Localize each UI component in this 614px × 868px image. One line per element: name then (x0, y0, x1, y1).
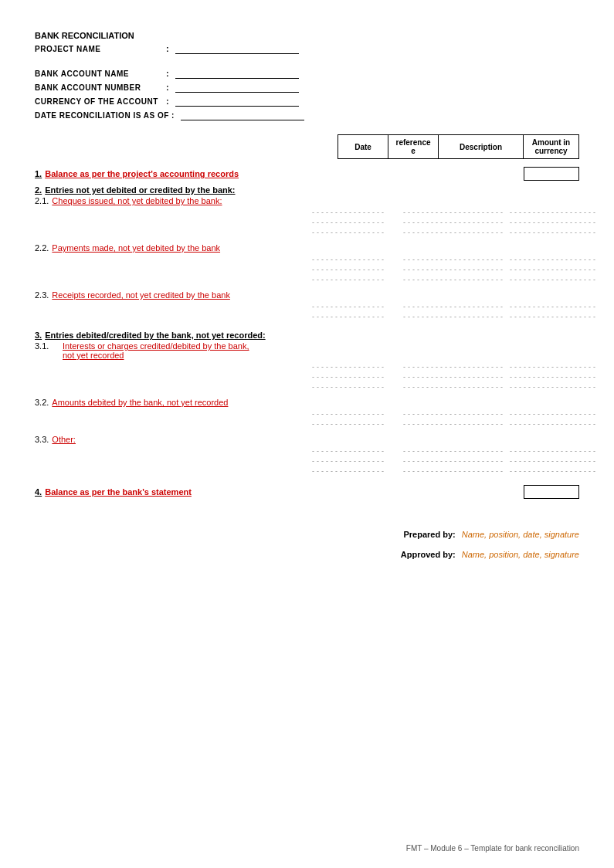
signatures-section: Prepared by: Name, position, date, signa… (35, 530, 579, 559)
s1-num: 1. (35, 169, 42, 178)
bank-account-name-input[interactable] (175, 68, 299, 79)
s3-num: 3. (35, 331, 42, 340)
s2-num: 2. (35, 185, 42, 195)
col-description: Description (439, 135, 524, 159)
dash-3: ------------------- (510, 209, 579, 216)
approved-row: Approved by: Name, position, date, signa… (35, 550, 579, 559)
col-amount: Amount in currency (524, 135, 579, 159)
s4-num: 4. (35, 487, 42, 497)
s3-title: Entries debited/credited by the bank, no… (45, 331, 265, 340)
s33-dashes: ---------------- ---------------------- … (35, 447, 579, 477)
currency-colon: : (166, 97, 169, 106)
col-date: Date (338, 135, 388, 159)
s1-title: Balance as per the project's accounting … (45, 169, 239, 178)
project-colon: : (166, 44, 169, 53)
s31-num: 3.1. (35, 341, 59, 351)
section-23-heading: 2.3. Receipts recorded, not yet credited… (35, 290, 579, 300)
s31-dashes: ---------------- ---------------------- … (35, 363, 579, 393)
bank-account-name-colon: : (166, 69, 169, 78)
s33-title: Other: (52, 435, 76, 444)
s23-title: Receipts recorded, not yet credited by t… (52, 290, 230, 300)
s32-title: Amounts debited by the bank, not yet rec… (52, 398, 228, 407)
bank-account-number-input[interactable] (175, 82, 299, 93)
dash-9: ------------------- (510, 229, 579, 236)
section-31-heading: 3.1. Interests or charges credited/debit… (35, 341, 579, 360)
s31-title: Interests or charges credited/debited by… (63, 341, 249, 351)
section-4: 4. Balance as per the bank's statement (35, 485, 579, 499)
s21-dashes: ---------------- ---------------------- … (35, 209, 579, 239)
s32-num: 3.2. (35, 398, 49, 407)
section-1: 1. Balance as per the project's accounti… (35, 167, 579, 181)
s33-num: 3.3. (35, 435, 49, 444)
dash-7: ---------------- (312, 229, 397, 236)
s32-dashes: ---------------- ---------------------- … (35, 410, 579, 430)
bank-account-number-label: BANK ACCOUNT NUMBER (35, 83, 166, 92)
section-22-heading: 2.2. Payments made, not yet debited by t… (35, 243, 579, 253)
approved-label: Approved by: (401, 550, 456, 559)
date-input[interactable] (181, 110, 304, 120)
prepared-row: Prepared by: Name, position, date, signa… (35, 530, 579, 539)
footer-text: FMT – Module 6 – Template for bank recon… (406, 844, 579, 853)
date-label: DATE RECONCILIATION IS AS OF : (35, 111, 175, 120)
dash-4: ---------------- (312, 219, 397, 226)
dash-1: ---------------- (312, 209, 397, 216)
s22-dashes: ---------------- ---------------------- … (35, 256, 579, 286)
prepared-value: Name, position, date, signature (462, 530, 579, 539)
s23-num: 2.3. (35, 290, 49, 300)
s4-input-box[interactable] (524, 485, 579, 499)
s1-input-box[interactable] (524, 167, 579, 181)
prepared-label: Prepared by: (403, 530, 455, 539)
dash-8: ---------------------- (403, 229, 504, 236)
bank-account-number-colon: : (166, 83, 169, 92)
s31-title2: not yet recorded (63, 351, 124, 360)
dash-6: ------------------- (510, 219, 579, 226)
s21-title: Cheques issued, not yet debited by the b… (52, 196, 222, 205)
project-name-label: PROJECT NAME (35, 45, 166, 53)
s4-title: Balance as per the bank's statement (45, 487, 192, 497)
column-headers: Date reference e Description Amount in c… (35, 134, 579, 159)
project-name-input[interactable] (175, 43, 299, 54)
s22-title: Payments made, not yet debited by the ba… (52, 243, 220, 253)
dash-5: ---------------------- (403, 219, 504, 226)
s2-title: Entries not yet debited or credited by t… (45, 185, 235, 195)
approved-value: Name, position, date, signature (462, 550, 579, 559)
dash-2: ---------------------- (403, 209, 504, 216)
section-2-heading: 2. Entries not yet debited or credited b… (35, 185, 579, 195)
section-32-heading: 3.2. Amounts debited by the bank, not ye… (35, 398, 579, 407)
col-reference: reference e (388, 135, 439, 159)
bank-account-name-label: BANK ACCOUNT NAME (35, 70, 166, 78)
currency-input[interactable] (175, 96, 299, 107)
s21-num: 2.1. (35, 196, 49, 205)
section-33-heading: 3.3. Other: (35, 435, 579, 444)
section-3-heading: 3. Entries debited/credited by the bank,… (35, 331, 579, 340)
section-21-heading: 2.1. Cheques issued, not yet debited by … (35, 196, 579, 205)
s23-dashes: ---------------- ---------------------- … (35, 303, 579, 323)
main-title: BANK RECONCILIATION (35, 31, 579, 40)
currency-label: CURRENCY OF THE ACCOUNT (35, 97, 166, 106)
s22-num: 2.2. (35, 243, 49, 253)
